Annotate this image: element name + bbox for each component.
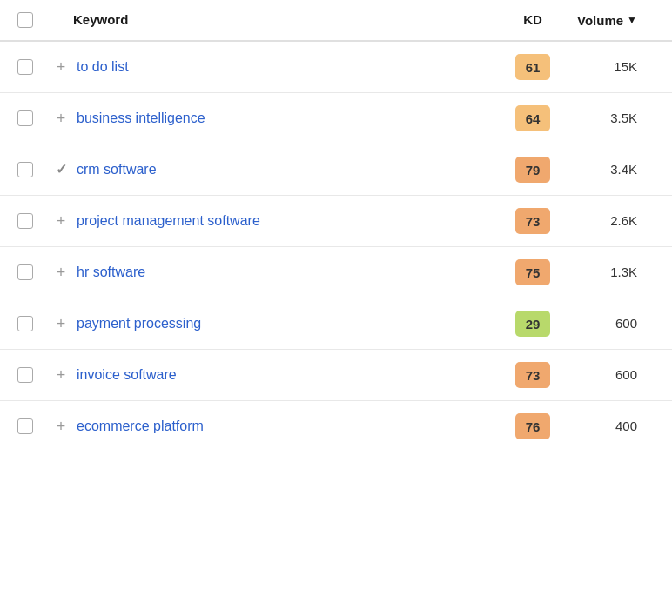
keyword-link-4[interactable]: project management software — [77, 213, 260, 228]
keyword-link-5[interactable]: hr software — [77, 264, 145, 279]
kd-badge-8: 76 — [515, 413, 550, 439]
table-header: Keyword KD Volume ▼ — [0, 0, 672, 42]
plus-icon[interactable]: + — [57, 264, 66, 280]
plus-icon[interactable]: + — [57, 110, 66, 126]
keyword-link-2[interactable]: business intelligence — [77, 110, 205, 125]
kd-badge-6: 29 — [515, 311, 550, 337]
volume-column-header: Volume — [577, 13, 623, 28]
table-row: + business intelligence 64 3.5K — [0, 93, 672, 144]
table-body: + to do list 61 15K + business intellige… — [0, 42, 672, 452]
table-row: + hr software 75 1.3K — [0, 247, 672, 298]
row-checkbox-2[interactable] — [17, 110, 33, 126]
plus-icon[interactable]: + — [57, 59, 66, 75]
action-col-6: + — [49, 316, 73, 331]
volume-value-5: 1.3K — [610, 264, 637, 279]
select-all-checkbox[interactable] — [17, 12, 33, 28]
action-col-4: + — [49, 213, 73, 229]
sort-arrow-icon[interactable]: ▼ — [627, 14, 637, 26]
plus-icon[interactable]: + — [57, 367, 66, 383]
action-col-5: + — [49, 264, 73, 280]
table-row: + invoice software 73 600 — [0, 350, 672, 401]
volume-value-6: 600 — [615, 316, 637, 331]
kd-badge-5: 75 — [515, 259, 550, 285]
table-row: ✓ crm software 79 3.4K — [0, 144, 672, 196]
kd-badge-1: 61 — [515, 54, 550, 80]
keyword-column-header: Keyword — [73, 12, 128, 27]
row-checkbox-6[interactable] — [17, 316, 33, 331]
row-checkbox-1[interactable] — [17, 59, 33, 75]
volume-value-7: 600 — [615, 367, 637, 382]
action-col-2: + — [49, 110, 73, 126]
row-checkbox-7[interactable] — [17, 367, 33, 383]
row-checkbox-4[interactable] — [17, 213, 33, 229]
keyword-link-7[interactable]: invoice software — [77, 367, 177, 382]
volume-value-8: 400 — [615, 418, 637, 433]
keyword-link-6[interactable]: payment processing — [77, 316, 201, 331]
table-row: + to do list 61 15K — [0, 42, 672, 93]
action-col-3: ✓ — [49, 163, 73, 177]
row-checkbox-5[interactable] — [17, 264, 33, 280]
kd-badge-3: 79 — [515, 157, 550, 183]
table-row: + project management software 73 2.6K — [0, 196, 672, 247]
keyword-link-1[interactable]: to do list — [77, 59, 129, 74]
table-row: + payment processing 29 600 — [0, 298, 672, 350]
action-col-1: + — [49, 59, 73, 75]
row-checkbox-3[interactable] — [17, 162, 33, 177]
plus-icon[interactable]: + — [57, 418, 66, 434]
keyword-table: Keyword KD Volume ▼ + to do list 61 — [0, 0, 672, 452]
kd-column-header: KD — [523, 12, 542, 27]
kd-badge-7: 73 — [515, 362, 550, 388]
volume-value-1: 15K — [614, 59, 637, 74]
check-icon[interactable]: ✓ — [56, 163, 67, 177]
volume-value-3: 3.4K — [610, 162, 637, 177]
action-col-7: + — [49, 367, 73, 383]
plus-icon[interactable]: + — [57, 316, 66, 331]
kd-badge-4: 73 — [515, 208, 550, 234]
keyword-link-8[interactable]: ecommerce platform — [77, 418, 204, 433]
keyword-link-3[interactable]: crm software — [77, 162, 157, 177]
row-checkbox-8[interactable] — [17, 418, 33, 434]
volume-value-4: 2.6K — [610, 213, 637, 228]
plus-icon[interactable]: + — [57, 213, 66, 229]
volume-value-2: 3.5K — [610, 110, 637, 125]
kd-badge-2: 64 — [515, 105, 550, 131]
table-row: + ecommerce platform 76 400 — [0, 401, 672, 452]
action-col-8: + — [49, 418, 73, 434]
